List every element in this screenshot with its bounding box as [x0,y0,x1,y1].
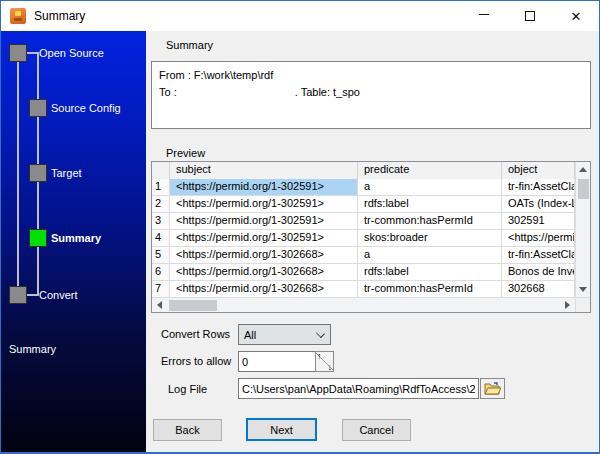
horizontal-scroll-thumb[interactable] [169,300,217,311]
step-marker-open-source [9,44,27,62]
predicate-cell[interactable]: tr-common:hasPermId [358,213,502,230]
cancel-button[interactable]: Cancel [342,419,411,441]
errors-to-allow-label: Errors to allow [161,355,231,367]
column-header-predicate[interactable]: predicate [358,162,502,180]
sidebar-item-summary: Summary [51,232,101,244]
back-button[interactable]: Back [153,419,222,441]
summary-from-line: From : F:\work\temp\rdf [159,67,583,84]
window-title: Summary [34,9,85,23]
predicate-cell[interactable]: rdfs:label [358,196,502,213]
next-button[interactable]: Next [246,418,317,441]
step-connector-line [17,62,19,288]
step-connector-line [27,294,38,296]
sidebar-item-convert: Convert [39,289,78,301]
minimize-icon: ─ [479,6,489,22]
object-cell[interactable]: 302668 [502,281,575,298]
subject-cell[interactable]: <https://permid.org/1-302591> [170,196,358,213]
row-number-cell[interactable]: 3 [152,213,170,230]
column-header-rownum[interactable] [152,162,170,180]
app-icon [10,8,26,24]
sidebar-item-source-config: Source Config [51,102,121,114]
subject-cell[interactable]: <https://permid.org/1-302668> [170,281,358,298]
subject-cell[interactable]: <https://permid.org/1-302668> [170,264,358,281]
predicate-cell[interactable]: a [358,179,502,196]
subject-cell[interactable]: <https://permid.org/1-302668> [170,247,358,264]
convert-rows-label: Convert Rows [161,328,230,340]
summary-table-line: . Table: t_spo [295,84,360,101]
convert-rows-select[interactable]: All [238,324,331,345]
step-marker-summary-active [29,229,47,247]
errors-spinner[interactable]: ↑ ↓ [315,351,334,372]
close-icon: ✕ [571,9,582,24]
spinner-up-icon[interactable]: ↑ [317,351,322,361]
sidebar-footer-label: Summary [9,343,56,355]
step-marker-convert [9,286,27,304]
scroll-left-icon[interactable] [152,298,167,313]
object-cell[interactable]: tr-fin:AssetClass [502,247,575,264]
vertical-scroll-thumb[interactable] [578,179,589,199]
column-header-object[interactable]: object [502,162,575,180]
open-folder-icon [484,382,501,395]
summary-to-label: To : [159,84,177,101]
object-cell[interactable]: Bonos de Invers [502,264,575,281]
preview-table: subject predicate object 1<https://permi… [151,161,591,313]
horizontal-scrollbar[interactable] [152,298,575,312]
main-panel: Summary From : F:\work\temp\rdf To : . T… [146,31,599,452]
table-body: subject predicate object 1<https://permi… [152,162,575,297]
predicate-cell[interactable]: skos:broader [358,230,502,247]
column-header-subject[interactable]: subject [170,162,358,180]
errors-to-allow-input[interactable] [238,351,316,372]
row-number-cell[interactable]: 6 [152,264,170,281]
object-cell[interactable]: OATs (Index-Lin [502,196,575,213]
predicate-cell[interactable]: tr-common:hasPermId [358,281,502,298]
app-window: Summary ─ ✕ Open Source Source Config [0,0,600,454]
preview-group-label: Preview [166,147,205,159]
object-cell[interactable]: 302591 [502,213,575,230]
step-connector-line [27,52,38,54]
minimize-button[interactable]: ─ [461,1,507,31]
row-number-cell[interactable]: 1 [152,179,170,196]
sidebar-item-target: Target [51,167,82,179]
step-marker-target [29,164,47,182]
wizard-sidebar: Open Source Source Config Target Summary… [1,31,146,452]
browse-log-button[interactable] [480,378,505,399]
object-cell[interactable]: <https://permid [502,230,575,247]
row-number-cell[interactable]: 2 [152,196,170,213]
scrollbar-corner [575,298,590,312]
summary-group-label: Summary [166,39,213,51]
scroll-up-icon[interactable] [576,162,591,177]
title-bar: Summary ─ ✕ [1,1,599,31]
row-number-cell[interactable]: 7 [152,281,170,298]
sidebar-item-open-source: Open Source [39,47,104,59]
log-file-input[interactable] [238,378,479,399]
subject-cell[interactable]: <https://permid.org/1-302591> [170,213,358,230]
spinner-down-icon[interactable]: ↓ [328,362,333,372]
predicate-cell[interactable]: rdfs:label [358,264,502,281]
object-cell[interactable]: tr-fin:AssetClass [502,179,575,196]
subject-cell[interactable]: <https://permid.org/1-302591> [170,230,358,247]
log-file-label: Log File [168,383,207,395]
convert-rows-value: All [244,329,256,341]
close-button[interactable]: ✕ [553,1,599,31]
step-marker-source-config [29,99,47,117]
summary-text-box: From : F:\work\temp\rdf To : . Table: t_… [151,61,591,129]
row-number-cell[interactable]: 5 [152,247,170,264]
row-number-cell[interactable]: 4 [152,230,170,247]
subject-cell[interactable]: <https://permid.org/1-302591> [170,179,358,196]
scroll-right-icon[interactable] [560,298,575,313]
predicate-cell[interactable]: a [358,247,502,264]
maximize-button[interactable] [507,1,553,31]
maximize-icon [525,11,535,21]
scroll-down-icon[interactable] [576,282,591,297]
chevron-down-icon [316,329,325,338]
vertical-scrollbar[interactable] [575,162,590,297]
